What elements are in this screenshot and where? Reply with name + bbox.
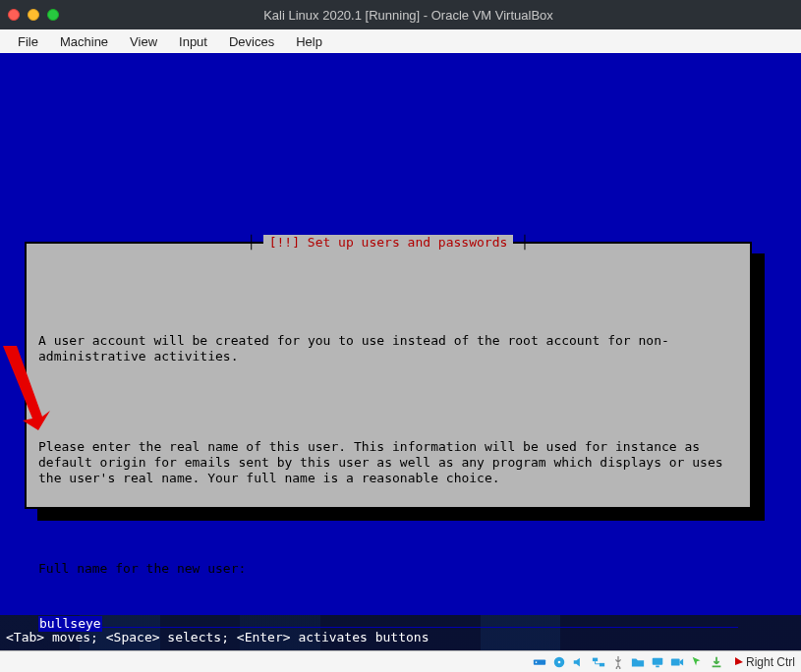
display-icon[interactable] [650, 654, 665, 670]
hdd-icon[interactable] [532, 654, 547, 670]
titlebar: Kali Linux 2020.1 [Running] - Oracle VM … [0, 0, 801, 29]
menu-devices[interactable]: Devices [219, 32, 284, 51]
menubar: File Machine View Input Devices Help [0, 29, 801, 53]
svg-rect-9 [671, 658, 680, 665]
svg-rect-10 [713, 665, 721, 667]
cd-icon[interactable] [551, 654, 567, 670]
mouse-integration-icon[interactable] [689, 654, 705, 670]
usb-icon[interactable] [610, 654, 626, 670]
svg-point-4 [558, 660, 561, 663]
audio-icon[interactable] [571, 654, 587, 670]
hostkey-label: Right Ctrl [746, 655, 795, 669]
hostkey-arrow-icon [734, 656, 744, 668]
input-underline [102, 614, 738, 628]
installer-dialog: ┤ [!!] Set up users and passwords ├ A us… [25, 242, 752, 509]
dialog-title: [!!] Set up users and passwords [263, 235, 514, 250]
minimize-icon[interactable] [28, 9, 39, 21]
dialog-prompt: Full name for the new user: [38, 561, 738, 577]
keyboard-capture-icon[interactable] [709, 654, 724, 670]
menu-help[interactable]: Help [286, 32, 332, 51]
close-icon[interactable] [8, 9, 20, 21]
hostkey-indicator[interactable]: Right Ctrl [734, 655, 795, 669]
keyboard-hint: <Tab> moves; <Space> selects; <Enter> ac… [6, 630, 429, 644]
dialog-paragraph-1: A user account will be created for you t… [38, 333, 738, 364]
vm-screen[interactable]: ┤ [!!] Set up users and passwords ├ A us… [0, 53, 801, 650]
vb-statusbar: Right Ctrl [0, 650, 801, 672]
menu-view[interactable]: View [120, 32, 167, 51]
maximize-icon[interactable] [47, 9, 59, 21]
shared-folder-icon[interactable] [630, 654, 646, 670]
svg-rect-5 [593, 657, 598, 661]
menu-input[interactable]: Input [169, 32, 217, 51]
svg-rect-8 [656, 665, 659, 667]
network-icon[interactable] [591, 654, 606, 670]
menu-machine[interactable]: Machine [50, 32, 118, 51]
window-title: Kali Linux 2020.1 [Running] - Oracle VM … [71, 8, 746, 23]
recording-icon[interactable] [669, 654, 685, 670]
svg-point-2 [536, 661, 538, 663]
menu-file[interactable]: File [8, 32, 48, 51]
dialog-paragraph-2: Please enter the real name of this user.… [38, 439, 738, 486]
svg-rect-7 [653, 657, 663, 664]
